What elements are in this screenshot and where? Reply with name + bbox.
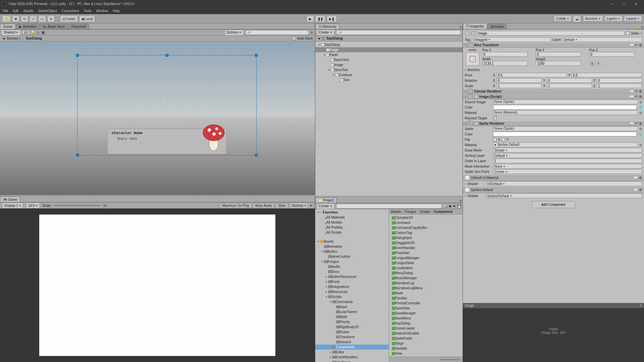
pause-button[interactable]: ❚❚ (315, 15, 325, 22)
sprite-material-field[interactable]: ● Sprites-Default (493, 142, 638, 147)
help-icon[interactable]: 📖 (634, 188, 638, 192)
project-file[interactable]: View (389, 351, 463, 356)
anchor-preset-button[interactable] (466, 52, 479, 66)
gear-icon[interactable]: ⚙ (639, 188, 642, 192)
project-folder[interactable]: ▸ EventHandlers (315, 355, 389, 360)
tab-game[interactable]: 🎮Game (0, 196, 20, 202)
eyedropper-icon[interactable]: 💧 (638, 132, 642, 136)
gear-icon[interactable]: ⚙ (639, 122, 642, 125)
minimize-button[interactable]: — (606, 0, 618, 7)
project-file-list[interactable]: Clickable2D Command CommandCopyBuffer Cu… (389, 215, 463, 357)
menu-help[interactable]: Help (113, 9, 120, 13)
project-file[interactable]: SceneLoader (389, 326, 463, 331)
project-folder[interactable]: Vector3 (315, 340, 389, 345)
project-folder[interactable]: ▸ Fonts (315, 279, 389, 284)
hierarchy-item[interactable]: ▾ Panel (315, 52, 463, 57)
project-file[interactable]: MenuDialog (389, 270, 463, 276)
fold-recttransform[interactable]: ▾ (465, 44, 466, 47)
scene-shading-dropdown[interactable]: Shaded (1, 29, 21, 36)
light-toggle-icon[interactable]: 💡 (31, 31, 35, 34)
rot-y-input[interactable] (547, 78, 592, 83)
cloud-button[interactable]: ☁ (573, 15, 581, 22)
gear-icon[interactable]: ⚙ (639, 176, 642, 180)
hand-tool-button[interactable]: ✋ (2, 15, 11, 22)
project-options-icon[interactable]: ≡ (459, 199, 463, 203)
sortpoint-dropdown[interactable]: Center (493, 169, 642, 174)
layout-dropdown[interactable]: Layout (624, 15, 642, 21)
width-input[interactable] (482, 61, 528, 66)
step-button[interactable]: ▶❚ (327, 15, 337, 22)
project-folder[interactable]: ▾ Scripts (315, 294, 389, 299)
scale-x-input[interactable] (496, 83, 542, 88)
filter-label-icon[interactable]: ★ (453, 204, 456, 208)
project-file[interactable]: CommandCopyBuffer (389, 225, 463, 230)
game-display-dropdown[interactable]: Display 1 (2, 202, 23, 208)
hierarchy-search-input[interactable] (336, 30, 461, 35)
tab-animator[interactable]: ▶Animator (16, 24, 39, 29)
project-folder[interactable]: Components (315, 345, 389, 350)
menu-file[interactable]: File (3, 9, 8, 13)
project-file[interactable]: Localization (389, 265, 463, 270)
audio-toggle-icon[interactable]: 🔊 (36, 31, 40, 34)
rect-tool-button[interactable]: ▭ (38, 15, 46, 22)
revert-icon[interactable]: ↶ (635, 89, 638, 93)
autosave-checkbox[interactable] (292, 37, 296, 40)
static-checkbox[interactable] (626, 32, 630, 35)
posy-input[interactable] (536, 52, 581, 57)
project-folder[interactable]: ▸ EditorResources (315, 274, 389, 279)
project-folder-tree[interactable]: ▾★ Favorites🔍 All Materials🔍 All Models🔍… (315, 209, 389, 362)
project-file[interactable]: SaveManager (389, 311, 463, 316)
raycast-checkbox[interactable] (493, 116, 497, 120)
hierarchy-item[interactable]: ▾ StoryText (315, 67, 463, 72)
project-file[interactable]: Draggable2D (389, 240, 463, 245)
project-folder[interactable]: ▸ Integrations (315, 284, 389, 289)
project-folder[interactable]: Audio (315, 264, 389, 269)
image-enabled-checkbox[interactable] (474, 95, 478, 99)
game-gizmos-dropdown[interactable]: Gizmos (289, 202, 308, 208)
game-scale-slider[interactable] (54, 205, 101, 206)
mute-audio-button[interactable]: Mute Audio (253, 203, 274, 208)
transform-tool-button[interactable]: ✦ (47, 15, 55, 22)
source-image-field[interactable]: None (Sprite) (493, 100, 638, 104)
hierarchy-item[interactable]: Image (315, 47, 463, 52)
back-icon[interactable]: ◄ (317, 37, 321, 40)
scene-gizmos-dropdown[interactable]: Gizmos (224, 29, 244, 36)
hierarchy-item[interactable]: NameText (315, 57, 463, 62)
project-folder[interactable]: ▾ Assets (315, 239, 389, 244)
project-create-dropdown[interactable]: Create (317, 203, 335, 209)
inspector-options-icon[interactable]: 🔒 ≡ (636, 25, 644, 29)
project-file[interactable]: NarrativeLog (389, 281, 463, 286)
menu-component[interactable]: Component (62, 9, 79, 13)
gameobject-icon[interactable] (465, 31, 470, 36)
gear-icon[interactable]: ⚙ (639, 43, 642, 47)
crumb-fungus[interactable]: Fungus (405, 210, 416, 214)
project-folder[interactable]: Interfaces (315, 360, 389, 362)
maskinteraction-dropdown[interactable]: None (493, 164, 642, 169)
add-component-button[interactable]: Add Component (532, 201, 575, 208)
back-icon[interactable]: ◄ (2, 37, 5, 40)
rot-z-input[interactable] (597, 78, 642, 83)
raw-button[interactable]: R (596, 62, 602, 66)
game-viewport[interactable] (0, 208, 315, 362)
project-search-input[interactable] (336, 204, 442, 208)
posx-input[interactable] (482, 52, 528, 57)
hierarchy-options-icon[interactable]: ≡ (459, 25, 463, 29)
tab-hierarchy[interactable]: ☷Hierarchy (315, 24, 340, 29)
rotate-tool-button[interactable]: ↻ (21, 15, 28, 22)
favorites-header[interactable]: ▾★ Favorites (315, 210, 389, 215)
save-search-icon[interactable]: 💾 (457, 204, 461, 208)
object-picker-icon[interactable]: ⊙ (639, 111, 642, 115)
scale-tool-button[interactable]: ⤢ (30, 15, 37, 22)
eyedropper-icon[interactable]: 💧 (638, 106, 642, 109)
fold-anchors[interactable]: ▸ (465, 68, 466, 71)
flip-y-checkbox[interactable] (501, 138, 505, 141)
help-icon[interactable]: 📖 (630, 95, 634, 99)
crumb-scripts[interactable]: Scripts (420, 210, 430, 214)
pivot-local-button[interactable]: ◉ Local (79, 15, 95, 22)
collab-dropdown[interactable]: Collab (554, 15, 571, 21)
hierarchy-create-dropdown[interactable]: Create (317, 29, 335, 36)
height-input[interactable] (536, 61, 581, 66)
project-file[interactable]: DialogInput (389, 235, 463, 240)
project-file[interactable]: SaveData (389, 306, 463, 311)
tab-assetstore[interactable]: 🛍Asset Store (40, 24, 68, 29)
